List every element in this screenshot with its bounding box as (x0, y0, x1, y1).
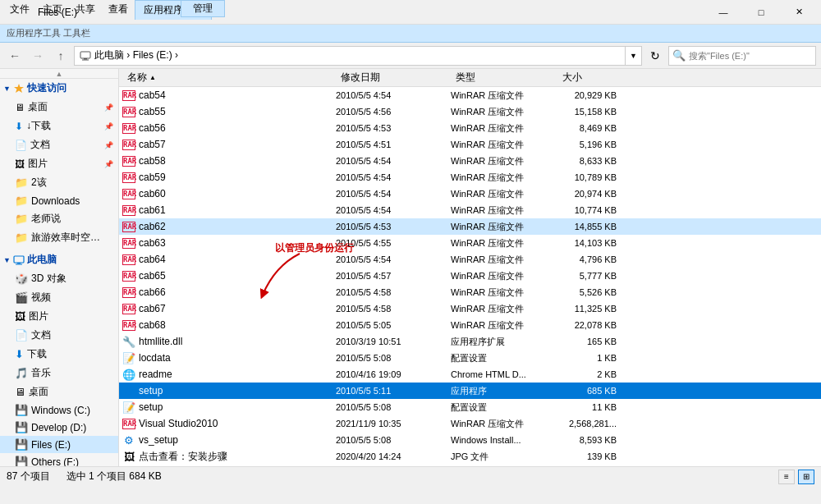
sidebar-item-drive-d[interactable]: 💾 Develop (D:) (0, 419, 118, 436)
close-button[interactable]: ✕ (780, 0, 818, 25)
file-date-cell: 2010/5/5 4:51 (336, 140, 451, 149)
table-row[interactable]: 🔧 htmllite.dll 2010/3/19 10:51 应用程序扩展 16… (119, 333, 821, 350)
search-input[interactable] (689, 51, 812, 61)
address-path[interactable]: 此电脑 › Files (E:) › (74, 46, 626, 66)
video-icon: 🎬 (15, 291, 28, 304)
file-icon: RAR (122, 105, 135, 118)
sidebar-item-video[interactable]: 🎬 视频 (0, 288, 118, 307)
list-view-button[interactable]: ≡ (778, 470, 795, 484)
sidebar-item-desktop-qa[interactable]: 🖥 桌面 📌 (0, 98, 118, 117)
file-type-cell: WinRAR 压缩文件 (451, 106, 557, 118)
refresh-button[interactable]: ↻ (645, 46, 665, 66)
table-row[interactable]: RAR cab57 2010/5/5 4:51 WinRAR 压缩文件 5,19… (119, 136, 821, 153)
file-date-cell: 2010/5/5 5:08 (336, 353, 451, 363)
table-row[interactable]: 🖼 点击查看：安装步骤 2020/4/20 14:24 JPG 文件 139 K… (119, 448, 821, 465)
sidebar-item-2ga-qa[interactable]: 📁 2该 (0, 173, 118, 192)
sidebar-item-3d[interactable]: 🎲 3D 对象 (0, 269, 118, 288)
sidebar-item-drive-e[interactable]: 💾 Files (E:) (0, 436, 118, 453)
table-row[interactable]: RAR cab58 2010/5/5 4:54 WinRAR 压缩文件 8,63… (119, 153, 821, 169)
col-header-type[interactable]: 类型 (451, 69, 557, 86)
file-icon: RAR (122, 187, 135, 200)
selected-info: 选中 1 个项目 684 KB (67, 470, 162, 483)
table-row[interactable]: RAR cab66 2010/5/5 4:58 WinRAR 压缩文件 5,52… (119, 284, 821, 300)
file-date-cell: 2010/5/5 4:54 (336, 205, 451, 215)
pin-icon3: 📌 (104, 141, 113, 149)
tab-view[interactable]: 查看 (102, 0, 135, 19)
search-box[interactable]: 🔍 (668, 46, 816, 66)
svg-rect-8 (14, 256, 24, 263)
back-button[interactable]: ← (5, 46, 25, 66)
col-header-date[interactable]: 修改日期 (336, 69, 451, 86)
file-size-cell: 2 KB (557, 369, 623, 379)
table-row[interactable]: 📝 setup 2010/5/5 5:08 配置设置 11 KB (119, 399, 821, 415)
table-row[interactable]: RAR cab63 2010/5/5 4:55 WinRAR 压缩文件 14,1… (119, 235, 821, 251)
sidebar-scroll-up[interactable]: ▲ (0, 69, 118, 79)
sidebar-item-music[interactable]: 🎵 音乐 (0, 364, 118, 383)
table-row[interactable]: 🌐 readme 2010/4/16 19:09 Chrome HTML D..… (119, 366, 821, 383)
sidebar-item-drive-f[interactable]: 💾 Others (F:) (0, 453, 118, 466)
col-header-size[interactable]: 大小 (557, 69, 623, 86)
svg-rect-9 (17, 263, 21, 264)
pin-icon2: 📌 (104, 122, 113, 131)
detail-view-button[interactable]: ⊞ (798, 470, 814, 484)
table-row[interactable]: RAR cab68 2010/5/5 5:05 WinRAR 压缩文件 22,0… (119, 317, 821, 333)
quick-access-header[interactable]: ▼ 快速访问 (0, 79, 118, 98)
this-pc-header[interactable]: ▼ 此电脑 (0, 250, 118, 269)
file-name-text: setup (139, 385, 163, 396)
table-row[interactable]: RAR cab54 2010/5/5 4:54 WinRAR 压缩文件 20,9… (119, 87, 821, 103)
tab-home[interactable]: 主页 (36, 0, 69, 19)
file-size-cell: 5,196 KB (557, 140, 623, 149)
table-row[interactable]: RAR cab67 2010/5/5 4:58 WinRAR 压缩文件 11,3… (119, 300, 821, 317)
file-date-cell: 2010/5/5 4:55 (336, 238, 451, 248)
table-row[interactable]: 🔗 点击查看：软管家官网 2020/4/2 12:04 Internet 快捷方… (119, 465, 821, 466)
file-name-cell: RAR cab65 (122, 269, 336, 282)
table-row[interactable]: RAR cab65 2010/5/5 4:57 WinRAR 压缩文件 5,77… (119, 268, 821, 284)
file-date-cell: 2010/3/19 10:51 (336, 337, 451, 346)
sidebar-item-dl-pc[interactable]: ⬇ 下载 (0, 345, 118, 364)
table-row[interactable]: RAR cab60 2010/5/5 4:54 WinRAR 压缩文件 20,9… (119, 186, 821, 202)
sidebar-item-drive-c[interactable]: 💾 Windows (C:) (0, 401, 118, 419)
table-row[interactable]: ⚙ setup 2010/5/5 5:11 应用程序 685 KB (119, 383, 821, 399)
table-row[interactable]: RAR cab55 2010/5/5 4:56 WinRAR 压缩文件 15,1… (119, 103, 821, 120)
file-type-cell: 配置设置 (451, 352, 557, 364)
file-name-cell: RAR cab55 (122, 105, 336, 118)
drive-d-icon: 💾 (15, 421, 28, 433)
file-list[interactable]: RAR cab54 2010/5/5 4:54 WinRAR 压缩文件 20,9… (119, 87, 821, 466)
file-name-text: 点击查看：软管家官网 (139, 466, 237, 467)
file-date-cell: 2010/5/5 4:54 (336, 156, 451, 166)
tab-file[interactable]: 文件 (3, 0, 36, 19)
table-row[interactable]: RAR Visual Studio2010 2021/11/9 10:35 Wi… (119, 415, 821, 432)
up-button[interactable]: ↑ (51, 46, 71, 66)
sidebar-item-downloads-folder[interactable]: 📁 Downloads (0, 192, 118, 209)
sidebar-item-travel[interactable]: 📁 旅游效率时空演练 (0, 228, 118, 247)
file-type-cell: WinRAR 压缩文件 (451, 237, 557, 250)
table-row[interactable]: 📝 locdata 2010/5/5 5:08 配置设置 1 KB (119, 350, 821, 366)
file-type-cell: JPG 文件 (451, 451, 557, 463)
table-row[interactable]: RAR cab64 2010/5/5 4:54 WinRAR 压缩文件 4,79… (119, 251, 821, 268)
sidebar-item-laoshi[interactable]: 📁 老师说 (0, 209, 118, 228)
maximize-button[interactable]: □ (742, 0, 780, 25)
address-dropdown[interactable]: ▼ (626, 46, 642, 66)
sidebar-item-download-qa[interactable]: ⬇ ↓下载 📌 (0, 117, 118, 135)
sidebar-item-docs-qa[interactable]: 📄 文档 📌 (0, 135, 118, 154)
tab-share[interactable]: 共享 (69, 0, 102, 19)
file-icon: RAR (122, 171, 135, 184)
table-row[interactable]: RAR cab62 2010/5/5 4:53 WinRAR 压缩文件 14,8… (119, 218, 821, 235)
sidebar-item-pics-qa[interactable]: 🖼 图片 📌 (0, 154, 118, 173)
file-size-cell: 8,469 KB (557, 123, 623, 133)
forward-button[interactable]: → (28, 46, 48, 66)
quick-access-chevron: ▼ (3, 85, 11, 93)
sidebar-item-pics-pc[interactable]: 🖼 图片 (0, 307, 118, 326)
table-row[interactable]: RAR cab59 2010/5/5 4:54 WinRAR 压缩文件 10,7… (119, 169, 821, 186)
file-name-text: cab59 (139, 172, 166, 183)
col-header-name[interactable]: 名称 ▲ (122, 69, 336, 86)
table-row[interactable]: RAR cab56 2010/5/5 4:53 WinRAR 压缩文件 8,46… (119, 120, 821, 136)
sidebar-item-desktop-pc[interactable]: 🖥 桌面 (0, 383, 118, 401)
file-type-cell: WinRAR 压缩文件 (451, 303, 557, 315)
table-row[interactable]: RAR cab61 2010/5/5 4:54 WinRAR 压缩文件 10,7… (119, 202, 821, 218)
file-type-cell: WinRAR 压缩文件 (451, 254, 557, 266)
manage-badge: 管理 (181, 0, 225, 17)
sidebar-item-docs-pc[interactable]: 📄 文档 (0, 326, 118, 345)
table-row[interactable]: ⚙ vs_setup 2010/5/5 5:08 Windows Install… (119, 432, 821, 448)
this-pc-section: ▼ 此电脑 🎲 3D 对象 🎬 视频 🖼 图片 📄 文档 ⬇ (0, 250, 118, 466)
